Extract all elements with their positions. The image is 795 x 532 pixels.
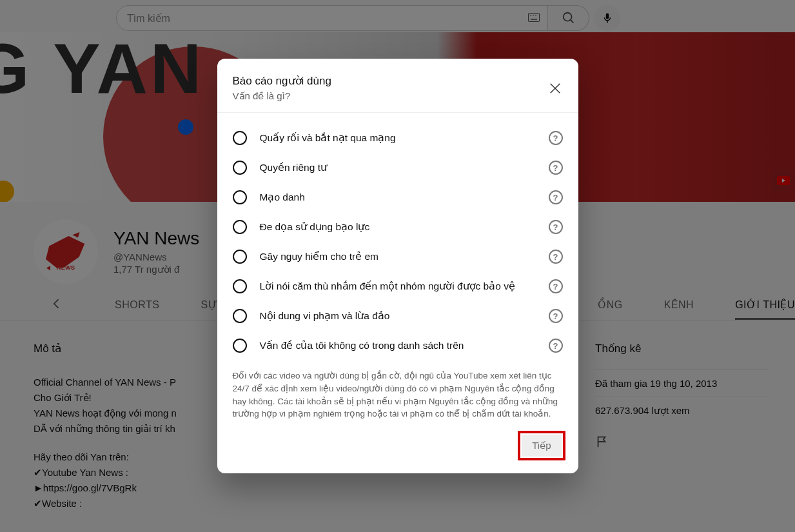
report-option[interactable]: Đe dọa sử dụng bạo lực? bbox=[233, 212, 563, 242]
radio-icon bbox=[233, 220, 247, 234]
dialog-title: Báo cáo người dùng bbox=[233, 74, 563, 88]
report-option[interactable]: Nội dung vi phạm và lừa đảo? bbox=[233, 301, 563, 331]
help-icon[interactable]: ? bbox=[549, 279, 563, 293]
dialog-subtitle: Vấn đề là gì? bbox=[233, 90, 563, 102]
help-icon[interactable]: ? bbox=[549, 309, 563, 323]
report-option-label: Quyền riêng tư bbox=[260, 161, 536, 175]
report-user-dialog: Báo cáo người dùng Vấn đề là gì? Quấy rố… bbox=[217, 59, 578, 473]
next-button[interactable]: Tiếp bbox=[522, 435, 561, 457]
next-button-highlight: Tiếp bbox=[518, 431, 565, 460]
report-option-label: Gây nguy hiểm cho trẻ em bbox=[260, 250, 536, 264]
report-option[interactable]: Vấn đề của tôi không có trong danh sách … bbox=[233, 331, 563, 360]
report-option-label: Vấn đề của tôi không có trong danh sách … bbox=[260, 339, 536, 353]
modal-overlay[interactable]: Báo cáo người dùng Vấn đề là gì? Quấy rố… bbox=[0, 0, 795, 532]
radio-icon bbox=[233, 339, 247, 353]
dialog-disclaimer: Đối với các video và người dùng bị gắn c… bbox=[217, 360, 578, 420]
report-option[interactable]: Gây nguy hiểm cho trẻ em? bbox=[233, 242, 563, 271]
report-option-label: Đe dọa sử dụng bạo lực bbox=[260, 221, 536, 234]
close-button[interactable] bbox=[544, 77, 567, 100]
help-icon[interactable]: ? bbox=[549, 190, 563, 204]
report-option[interactable]: Lời nói căm thù nhắm đến một nhóm người … bbox=[233, 271, 563, 301]
help-icon[interactable]: ? bbox=[549, 131, 563, 145]
help-icon[interactable]: ? bbox=[549, 250, 563, 264]
report-option-label: Mạo danh bbox=[260, 191, 536, 204]
help-icon[interactable]: ? bbox=[549, 161, 563, 175]
close-icon bbox=[548, 81, 562, 95]
report-option-label: Nội dung vi phạm và lừa đảo bbox=[260, 310, 536, 323]
radio-icon bbox=[233, 161, 247, 175]
report-option-label: Quấy rối và bắt nạt qua mạng bbox=[260, 132, 536, 145]
radio-icon bbox=[233, 190, 247, 204]
radio-icon bbox=[233, 131, 247, 145]
report-option[interactable]: Quyền riêng tư? bbox=[233, 153, 563, 182]
radio-icon bbox=[233, 279, 247, 293]
report-option-label: Lời nói căm thù nhắm đến một nhóm người … bbox=[260, 280, 536, 293]
report-option[interactable]: Quấy rối và bắt nạt qua mạng? bbox=[233, 123, 563, 153]
help-icon[interactable]: ? bbox=[549, 339, 563, 353]
help-icon[interactable]: ? bbox=[549, 220, 563, 234]
report-option[interactable]: Mạo danh? bbox=[233, 182, 563, 212]
radio-icon bbox=[233, 309, 247, 323]
radio-icon bbox=[233, 250, 247, 264]
